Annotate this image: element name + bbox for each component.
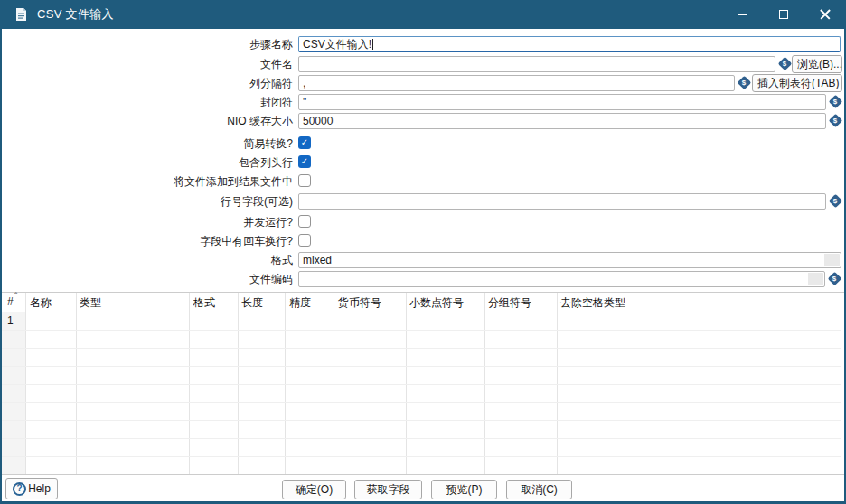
csv-input-dialog: CSV 文件输入 步骤名称 CSV文件输入! 文件名 $ 浏览(B)... 列分… [0,0,846,504]
row-encoding: 文件编码 $ [2,271,844,287]
maximize-button[interactable] [763,0,804,29]
header-row-checkbox[interactable]: ✓ [298,155,311,168]
fields-table[interactable]: # ˆ 名称 类型 格式 长度 精度 货币符号 小数点符号 分组符号 去除空格类… [2,292,844,475]
check-icon: ✓ [301,157,308,166]
row-lazy-conversion: 简易转换? ✓ [2,135,844,152]
help-button-label: Help [28,482,51,495]
rownum-field-label: 行号字段(可选) [2,193,293,210]
row-header-row: 包含列头行 ✓ [2,154,844,171]
preview-button[interactable]: 预览(P) [431,480,497,499]
cancel-button[interactable]: 取消(C) [506,480,572,499]
variable-icon: $ [829,95,843,109]
format-combo[interactable]: mixed [298,252,841,268]
variable-icon: $ [829,194,843,209]
ok-button[interactable]: 确定(O) [282,480,346,499]
row-rownum-field: 行号字段(可选) $ [2,193,844,210]
help-button[interactable]: ? Help [5,478,58,499]
variable-icon: $ [829,114,843,128]
get-fields-button[interactable]: 获取字段 [354,480,422,499]
maximize-icon [779,10,788,19]
dropdown-button[interactable] [824,254,840,266]
row-add-to-result: 将文件添加到结果文件中 ✓ [2,173,844,190]
filename-input[interactable] [298,56,776,72]
newline-in-fields-label: 字段中有回车换行? [2,233,293,249]
rownum-field-input[interactable] [298,193,826,210]
help-icon: ? [13,482,26,496]
enclosure-input[interactable]: " [298,94,826,110]
format-label: 格式 [2,252,293,268]
encoding-combo[interactable] [298,271,825,287]
variable-icon: $ [738,76,752,90]
csv-step-icon [14,7,27,22]
filename-label: 文件名 [2,56,293,72]
close-icon [820,9,831,20]
column-header-length[interactable]: 长度 [241,295,263,311]
dialog-body: 步骤名称 CSV文件输入! 文件名 $ 浏览(B)... 列分隔符 , $ 插入… [2,29,844,501]
close-button[interactable] [804,0,846,29]
column-header-decimal[interactable]: 小数点符号 [409,295,464,311]
encoding-label: 文件编码 [2,271,293,287]
column-header-precision[interactable]: 精度 [289,295,311,311]
insert-tab-button[interactable]: 插入制表符(TAB) [752,74,842,92]
window-title: CSV 文件输入 [37,6,114,23]
delimiter-input[interactable]: , [298,75,735,91]
nio-buffer-label: NIO 缓存大小 [2,113,293,129]
titlebar: CSV 文件输入 [0,0,846,29]
check-icon: ✓ [301,138,308,147]
row-format: 格式 mixed [2,252,844,268]
row-step-name: 步骤名称 CSV文件输入! [2,36,844,52]
row-filename: 文件名 $ 浏览(B)... [2,56,844,72]
column-header-currency[interactable]: 货币符号 [338,295,381,311]
newline-in-fields-checkbox[interactable]: ✓ [298,234,311,247]
dropdown-button[interactable] [808,273,823,285]
column-header-num[interactable]: # [7,295,14,308]
column-header-group[interactable]: 分组符号 [488,295,531,311]
parallel-label: 并发运行? [2,214,293,230]
column-header-type[interactable]: 类型 [80,295,101,311]
add-to-result-label: 将文件添加到结果文件中 [2,173,293,190]
minimize-button[interactable] [721,0,763,29]
nio-buffer-input[interactable]: 50000 [298,113,826,129]
header-row-label: 包含列头行 [2,154,293,171]
step-name-label: 步骤名称 [2,36,293,52]
variable-icon: $ [828,272,842,286]
column-header-trim-type[interactable]: 去除空格类型 [560,295,625,311]
add-to-result-checkbox[interactable]: ✓ [298,174,311,187]
column-header-name[interactable]: 名称 [30,295,52,311]
table-row-number[interactable]: 1 [7,314,14,327]
minimize-icon [738,14,747,15]
step-name-input[interactable]: CSV文件输入! [298,36,841,52]
enclosure-label: 封闭符 [2,94,293,110]
row-newline-in-fields: 字段中有回车换行? ✓ [2,233,844,249]
sort-asc-icon: ˆ [14,292,17,302]
browse-button[interactable]: 浏览(B)... [792,55,842,73]
row-delimiter: 列分隔符 , $ 插入制表符(TAB) [2,75,844,91]
text-cursor [372,39,373,50]
parallel-checkbox[interactable]: ✓ [298,215,311,228]
row-enclosure: 封闭符 " $ [2,94,844,110]
row-nio-buffer: NIO 缓存大小 50000 $ [2,113,844,129]
delimiter-label: 列分隔符 [2,75,293,91]
column-header-format[interactable]: 格式 [193,295,215,311]
lazy-conversion-checkbox[interactable]: ✓ [298,136,311,149]
row-parallel: 并发运行? ✓ [2,214,844,230]
variable-icon: $ [778,57,793,71]
row-number-column [2,312,25,474]
lazy-conversion-label: 简易转换? [2,135,293,152]
